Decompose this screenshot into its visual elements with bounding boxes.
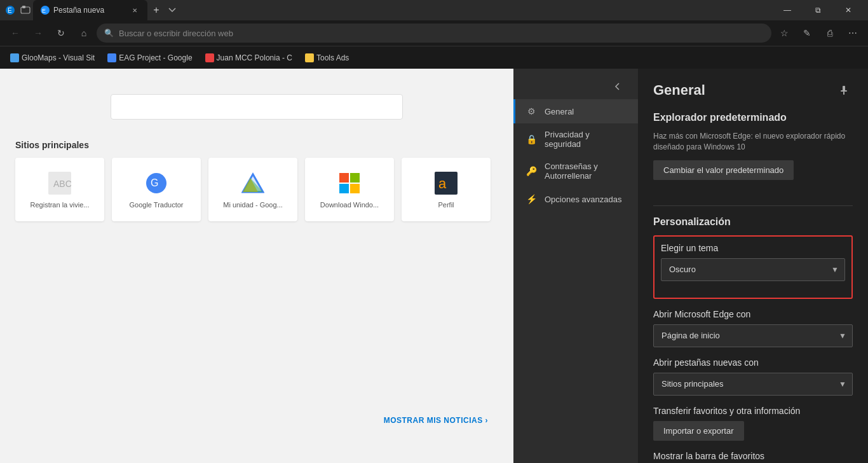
favorites-button[interactable]: ☆ <box>774 23 794 43</box>
gear-icon: ⚙ <box>526 106 537 117</box>
settings-sidebar: ⚙ General 🔒 Privacidad y seguridad 🔑 Con… <box>513 69 638 463</box>
restore-button[interactable]: ⧉ <box>803 0 832 20</box>
show-news-button[interactable]: MOSTRAR MIS NOTICIAS › <box>384 416 488 425</box>
open-with-label: Abrir Microsoft Edge con <box>653 309 853 319</box>
active-tab[interactable]: E Pestaña nueva ✕ <box>33 0 147 20</box>
svg-rect-3 <box>22 6 25 8</box>
site-label-amazon: Perfil <box>438 201 454 209</box>
settings-main: General Explorador predeterminado Haz má… <box>638 69 868 463</box>
back-button[interactable]: ← <box>5 23 25 43</box>
settings-menu-label-general: General <box>545 107 574 116</box>
svg-text:E: E <box>42 8 46 14</box>
import-export-button[interactable]: Importar o exportar <box>653 421 744 441</box>
address-bar[interactable]: 🔍 Buscar o escribir dirección web <box>97 24 771 43</box>
svg-text:ABC: ABC <box>53 179 71 189</box>
default-browser-description: Haz más con Microsoft Edge: el nuevo exp… <box>653 131 853 153</box>
site-label-registran: Registran la vivie... <box>31 201 90 209</box>
theme-select-wrap: Oscuro Claro Sistema ▼ <box>661 258 845 281</box>
pin-button[interactable] <box>835 81 853 99</box>
refresh-button[interactable]: ↻ <box>51 23 71 43</box>
svg-rect-14 <box>350 173 360 183</box>
default-browser-section: Explorador predeterminado Haz más con Mi… <box>653 112 853 190</box>
site-card-traductor[interactable]: G Google Traductor <box>112 158 201 221</box>
new-tab-button[interactable]: + <box>147 1 165 19</box>
svg-text:G: G <box>151 177 158 188</box>
personalization-title: Personalización <box>653 216 853 228</box>
toolbar-right: ☆ ✎ ⎙ ⋯ <box>774 23 863 43</box>
svg-rect-2 <box>21 7 30 13</box>
newtab-search-bar[interactable] <box>111 94 403 120</box>
bookmark-label-eag: EAG Project - Google <box>119 53 192 62</box>
settings-menu-label-passwords: Contraseñas y Autorrellenar <box>545 162 598 181</box>
forward-button[interactable]: → <box>28 23 48 43</box>
bookmark-favicon-eag <box>107 53 116 62</box>
site-label-download: Download Windo... <box>320 201 379 209</box>
bookmark-favicon-gloomaps <box>10 53 19 62</box>
search-icon: 🔍 <box>104 29 114 38</box>
newtab-page: Sitios principales ABC Registran la vivi… <box>0 69 513 463</box>
more-button[interactable]: ⋯ <box>843 23 863 43</box>
svg-rect-21 <box>843 92 844 95</box>
advanced-icon: ⚡ <box>526 193 537 205</box>
tab-favicon: E <box>41 6 50 15</box>
settings-header: General <box>653 81 853 99</box>
svg-rect-19 <box>843 86 845 91</box>
site-icon-amazon: a <box>433 170 459 196</box>
settings-menu-passwords[interactable]: 🔑 Contraseñas y Autorrellenar <box>513 155 638 187</box>
lock-icon: 🔒 <box>526 134 537 145</box>
collections-button[interactable]: ✎ <box>797 23 817 43</box>
bookmark-label-juan: Juan MCC Polonia - C <box>217 53 292 62</box>
sites-grid: ABC Registran la vivie... G Google Tradu… <box>15 158 498 221</box>
theme-label: Elegir un tema <box>661 243 845 253</box>
bookmark-favicon-tools <box>305 53 314 62</box>
tabs-icon <box>20 5 31 15</box>
new-tabs-select-wrap: Sitios principales En blanco Página de i… <box>653 373 853 396</box>
bookmark-juan[interactable]: Juan MCC Polonia - C <box>200 51 297 65</box>
site-card-download[interactable]: Download Windo... <box>305 158 394 221</box>
window-controls: — ⧉ ✕ <box>773 0 863 20</box>
bookmark-tools[interactable]: Tools Ads <box>300 51 354 65</box>
edge-logo-icon: E <box>5 5 15 15</box>
tab-dropdown-icon[interactable] <box>168 6 177 15</box>
change-default-button[interactable]: Cambiar el valor predeterminado <box>653 160 794 180</box>
site-card-amazon[interactable]: a Perfil <box>402 158 491 221</box>
bookmark-label-gloomaps: GlooMaps - Visual Sit <box>22 53 95 62</box>
settings-menu-advanced[interactable]: ⚡ Opciones avanzadas <box>513 187 638 211</box>
personalization-section: Personalización Elegir un tema Oscuro Cl… <box>653 216 853 461</box>
settings-menu-privacy[interactable]: 🔒 Privacidad y seguridad <box>513 123 638 155</box>
svg-rect-13 <box>339 173 349 183</box>
settings-menu-label-advanced: Opciones avanzadas <box>545 195 621 204</box>
close-button[interactable]: ✕ <box>834 0 863 20</box>
divider-1 <box>653 205 853 206</box>
tab-close-button[interactable]: ✕ <box>130 5 140 15</box>
bookmark-favicon-juan <box>205 53 214 62</box>
settings-collapse-button[interactable] <box>607 76 628 97</box>
share-button[interactable]: ⎙ <box>820 23 840 43</box>
settings-menu-general[interactable]: ⚙ General <box>513 99 638 123</box>
site-card-registran[interactable]: ABC Registran la vivie... <box>15 158 104 221</box>
bookmarks-bar: GlooMaps - Visual Sit EAG Project - Goog… <box>0 46 868 69</box>
new-tabs-select[interactable]: Sitios principales En blanco Página de i… <box>653 373 853 396</box>
open-with-select-wrap: Página de inicio Nueva pestaña Páginas a… <box>653 324 853 347</box>
bookmark-eag[interactable]: EAG Project - Google <box>102 51 197 65</box>
minimize-button[interactable]: — <box>773 0 802 20</box>
bookmark-label-tools: Tools Ads <box>316 53 349 62</box>
svg-rect-20 <box>841 90 847 92</box>
new-tabs-label: Abrir pestañas nuevas con <box>653 357 853 368</box>
default-browser-title: Explorador predeterminado <box>653 112 853 123</box>
svg-rect-16 <box>350 184 360 193</box>
home-button[interactable]: ⌂ <box>74 23 94 43</box>
site-label-drive: Mi unidad - Goog... <box>223 201 283 209</box>
key-icon: 🔑 <box>526 165 537 177</box>
theme-select[interactable]: Oscuro Claro Sistema <box>661 258 845 281</box>
sites-section-title: Sitios principales <box>15 140 498 150</box>
address-text: Buscar o escribir dirección web <box>119 29 764 38</box>
sites-section: Sitios principales ABC Registran la vivi… <box>15 140 498 221</box>
svg-text:E: E <box>8 7 12 14</box>
site-card-drive[interactable]: Mi unidad - Goog... <box>208 158 297 221</box>
bookmark-gloomaps[interactable]: GlooMaps - Visual Sit <box>5 51 100 65</box>
open-with-select[interactable]: Página de inicio Nueva pestaña Páginas a… <box>653 324 853 347</box>
site-icon-registran: ABC <box>47 170 72 196</box>
site-icon-traductor: G <box>144 170 169 196</box>
settings-page-title: General <box>653 82 705 99</box>
